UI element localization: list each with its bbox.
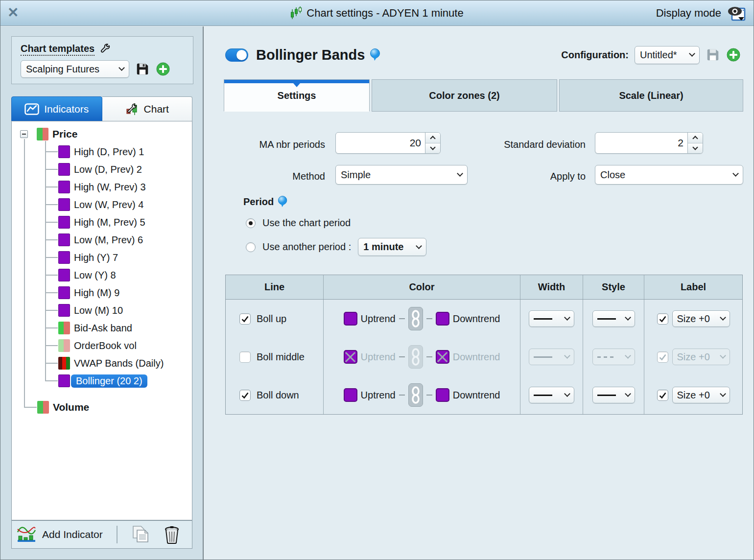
add-indicator-label[interactable]: Add Indicator <box>42 529 103 540</box>
method-select[interactable]: Simple <box>335 165 468 185</box>
radio-other-period[interactable]: Use another period : 1 minute <box>246 238 426 256</box>
std-deviation-spinner[interactable]: 2 <box>595 132 703 154</box>
line-visible-checkbox[interactable] <box>239 313 251 325</box>
radio-selected-icon[interactable] <box>246 218 256 228</box>
link-colors-icon[interactable] <box>408 345 423 369</box>
spin-up-button[interactable] <box>425 133 440 143</box>
header-label: Label <box>644 275 742 299</box>
line-visible-checkbox[interactable] <box>239 390 251 401</box>
chart-templates-title[interactable]: Chart templates <box>21 43 94 56</box>
uptrend-color-swatch[interactable] <box>344 350 357 364</box>
trash-icon[interactable] <box>164 525 180 544</box>
downtrend-label: Downtrend <box>453 390 500 401</box>
save-configuration-icon[interactable] <box>706 47 720 62</box>
uptrend-color-swatch[interactable] <box>344 312 357 326</box>
uptrend-label: Uptrend <box>361 351 396 363</box>
display-mode-label[interactable]: Display mode <box>656 7 721 20</box>
help-bubble-icon[interactable] <box>278 196 288 208</box>
width-select[interactable] <box>529 387 574 403</box>
tree-item[interactable]: Low (D, Prev) 2 <box>12 161 192 178</box>
tree-item-price[interactable]: Price <box>12 125 192 143</box>
line-visible-checkbox[interactable] <box>239 351 251 363</box>
tree-item[interactable]: Low (Y) 8 <box>12 266 192 284</box>
tree-item-volume[interactable]: Volume <box>12 398 192 416</box>
lines-table: Line Color Width Style Label Boll up Upt… <box>225 275 743 415</box>
tree-item-bollinger-selected[interactable]: Bollinger (20 2) <box>12 372 192 390</box>
tree-item[interactable]: VWAP Bands (Daily) <box>12 354 192 372</box>
help-bubble-icon[interactable] <box>370 48 381 61</box>
add-configuration-icon[interactable] <box>726 47 741 62</box>
table-row-boll-down: Boll down Uptrend Downtrend <box>226 376 742 414</box>
std-deviation-label: Standard deviation <box>477 139 586 150</box>
add-template-icon[interactable] <box>156 62 170 76</box>
tree-item[interactable]: Bid-Ask band <box>12 319 192 337</box>
tab-scale[interactable]: Scale (Linear) <box>559 79 743 112</box>
link-colors-icon[interactable] <box>408 383 423 407</box>
chart-wrench-icon <box>125 102 139 116</box>
tree-item[interactable]: High (W, Prev) 3 <box>12 178 192 196</box>
tree-item[interactable]: High (D, Prev) 1 <box>12 143 192 161</box>
sidebar: Chart templates Scalping Futures <box>0 26 204 560</box>
collapse-icon[interactable] <box>20 130 28 138</box>
ma-periods-spinner[interactable]: 20 <box>335 132 441 154</box>
header-style: Style <box>583 275 644 299</box>
template-select-value: Scalping Futures <box>26 64 99 75</box>
style-select[interactable] <box>592 310 635 327</box>
indicator-swatch <box>58 357 70 370</box>
indicator-swatch <box>58 181 70 193</box>
chevron-down-icon <box>732 170 739 177</box>
link-colors-icon[interactable] <box>408 307 423 330</box>
spin-down-button[interactable] <box>425 143 440 154</box>
tree-item[interactable]: Low (W, Prev) 4 <box>12 196 192 213</box>
width-select <box>529 349 574 365</box>
uptrend-label: Uptrend <box>361 313 396 325</box>
tree-item[interactable]: Low (M) 10 <box>12 302 192 319</box>
indicator-swatch <box>58 339 70 352</box>
tab-chart[interactable]: Chart <box>102 96 193 121</box>
template-select[interactable]: Scalping Futures <box>21 60 129 78</box>
downtrend-label: Downtrend <box>453 313 500 325</box>
label-visible-checkbox[interactable] <box>657 313 668 325</box>
save-template-icon[interactable] <box>135 62 150 76</box>
tree-item[interactable]: Low (M, Prev) 6 <box>12 231 192 249</box>
ma-periods-value[interactable]: 20 <box>336 133 425 153</box>
downtrend-color-swatch[interactable] <box>436 312 449 326</box>
configuration-select[interactable]: Untitled* <box>635 46 700 64</box>
candlestick-chart-icon <box>290 6 302 20</box>
downtrend-color-swatch[interactable] <box>436 350 449 364</box>
width-select[interactable] <box>529 310 574 327</box>
sidebar-tabs: Indicators Chart <box>11 96 192 121</box>
uptrend-color-swatch[interactable] <box>344 388 357 402</box>
other-period-select[interactable]: 1 minute <box>358 238 426 256</box>
label-visible-checkbox[interactable] <box>657 390 668 401</box>
apply-to-select[interactable]: Close <box>595 165 743 185</box>
window-title: Chart settings - ADYEN 1 minute <box>306 7 463 20</box>
radio-chart-period[interactable]: Use the chart period <box>246 217 351 229</box>
tab-indicators[interactable]: Indicators <box>11 96 102 121</box>
tree-item[interactable]: High (Y) 7 <box>12 249 192 266</box>
display-mode-icon[interactable] <box>726 4 746 22</box>
indicator-swatch <box>58 233 70 246</box>
copy-icon[interactable] <box>129 524 151 545</box>
tab-color-zones[interactable]: Color zones (2) <box>372 79 557 112</box>
table-row-boll-middle: Boll middle Uptrend Downtrend <box>226 338 742 376</box>
style-select[interactable] <box>592 387 635 403</box>
tree-item[interactable]: High (M) 9 <box>12 284 192 302</box>
spin-down-button[interactable] <box>688 143 703 154</box>
label-size-select[interactable]: Size +0 <box>672 387 730 403</box>
indicator-swatch <box>58 163 70 176</box>
tree-item[interactable]: High (M, Prev) 5 <box>12 213 192 231</box>
tab-settings[interactable]: Settings <box>224 79 370 112</box>
downtrend-color-swatch[interactable] <box>436 388 449 402</box>
wrench-icon[interactable] <box>99 44 111 55</box>
tab-chart-label: Chart <box>144 103 169 115</box>
tree-item[interactable]: OrderBook vol <box>12 337 192 354</box>
add-indicator-icon[interactable] <box>17 525 36 544</box>
std-deviation-value[interactable]: 2 <box>595 133 687 153</box>
label-size-select[interactable]: Size +0 <box>672 310 730 327</box>
radio-unselected-icon[interactable] <box>246 242 256 252</box>
indicator-enabled-toggle[interactable] <box>225 48 248 62</box>
spin-up-button[interactable] <box>688 133 703 143</box>
downtrend-label: Downtrend <box>453 351 500 363</box>
uptrend-label: Uptrend <box>361 390 396 401</box>
